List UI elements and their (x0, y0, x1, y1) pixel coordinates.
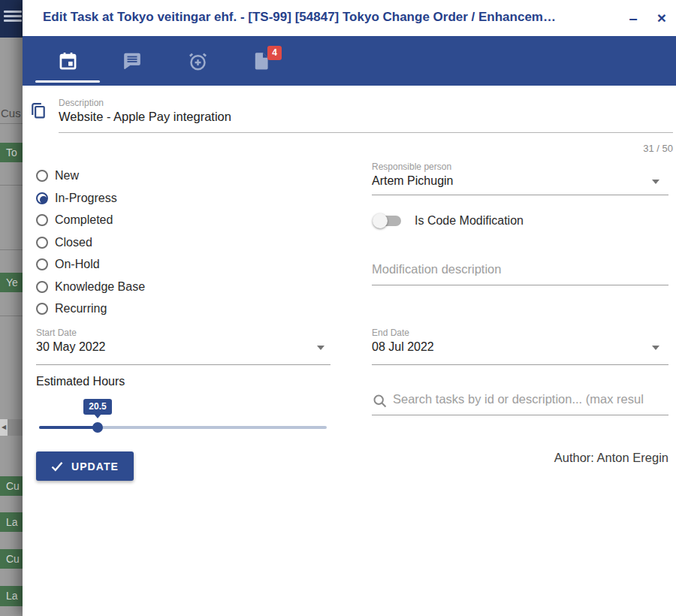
radio-selected-icon (36, 192, 48, 204)
divider (0, 185, 23, 186)
chat-icon (122, 51, 142, 71)
search-icon (373, 394, 388, 409)
scrollbar-thumb (8, 419, 23, 436)
background-group-row: La (0, 512, 23, 532)
status-radio-closed[interactable]: Closed (36, 234, 92, 251)
hamburger-menu-icon (4, 11, 22, 24)
close-button[interactable]: × (650, 6, 673, 30)
status-radio-new[interactable]: New (36, 168, 79, 184)
status-radio-on-hold[interactable]: On-Hold (36, 256, 100, 273)
slider-thumb[interactable] (92, 422, 103, 433)
radio-label: Recurring (55, 302, 107, 316)
status-radio-in-progress[interactable]: In-Progress (36, 190, 117, 207)
divider (0, 249, 23, 250)
author-text: Author: Anton Eregin (554, 451, 668, 465)
is-code-modification-toggle[interactable] (373, 213, 403, 228)
status-radio-knowledge-base[interactable]: Knowledge Base (36, 279, 145, 295)
radio-label: On-Hold (55, 258, 100, 271)
responsible-person-value[interactable]: Artem Pichugin (372, 174, 454, 188)
start-date-value[interactable]: 30 May 2022 (36, 340, 106, 354)
radio-icon (36, 170, 48, 182)
scrollbar-left-arrow-icon: ◀ (0, 419, 8, 436)
dimmed-background-page: Cus To Ye Cu La Cu La ◀ (0, 0, 23, 616)
end-date-label: End Date (372, 328, 409, 338)
background-group-row: Cu (0, 476, 23, 496)
divider (0, 123, 23, 124)
copy-description-button[interactable] (30, 101, 48, 121)
copy-icon (30, 101, 47, 120)
task-search-input[interactable] (393, 392, 668, 406)
end-date-dropdown-icon[interactable] (652, 346, 659, 350)
modification-description-underline (372, 285, 668, 285)
start-date-underline (36, 364, 330, 365)
app-top-bar (0, 0, 23, 38)
dialog-tabbar: 4 (23, 36, 676, 86)
close-icon: × (657, 9, 666, 27)
toggle-knob (373, 213, 388, 228)
tab-time-log[interactable] (165, 36, 230, 86)
background-row-label: Cus (1, 107, 21, 119)
radio-icon (36, 281, 48, 293)
responsible-person-label: Responsible person (372, 162, 451, 172)
divider (0, 316, 23, 316)
start-date-label: Start Date (36, 328, 77, 338)
estimated-hours-label: Estimated Hours (36, 375, 125, 388)
active-tab-indicator (35, 80, 100, 83)
end-date-value[interactable]: 08 Jul 2022 (372, 340, 434, 354)
horizontal-scrollbar: ◀ (0, 419, 23, 436)
responsible-person-underline (372, 195, 668, 195)
minimize-icon: – (629, 10, 637, 27)
update-button-label: UPDATE (71, 460, 119, 473)
tab-comments[interactable] (100, 36, 164, 86)
slider-value-tooltip: 20.5 (83, 399, 112, 415)
slider-filled-track (39, 426, 98, 429)
radio-label: New (55, 169, 79, 183)
responsible-person-dropdown-icon[interactable] (652, 180, 659, 184)
tab-files[interactable] (230, 36, 294, 86)
background-group-row: La (0, 586, 23, 606)
background-group-row: Ye (0, 273, 23, 292)
edit-task-dialog: Edit Task at Tokyo veitingar ehf. - [TS-… (23, 0, 676, 616)
status-radio-recurring[interactable]: Recurring (36, 300, 107, 317)
status-radio-completed[interactable]: Completed (36, 212, 113, 228)
radio-label: Knowledge Base (55, 280, 145, 294)
start-date-dropdown-icon[interactable] (317, 346, 324, 350)
calendar-icon (58, 51, 78, 71)
radio-icon (36, 214, 48, 226)
radio-label: In-Progress (55, 192, 117, 205)
radio-icon (36, 258, 48, 270)
end-date-underline (372, 364, 668, 365)
checkmark-icon (51, 461, 63, 472)
screen: Cus To Ye Cu La Cu La ◀ Edit Task at Tok… (0, 0, 676, 616)
modification-description-input[interactable] (372, 262, 668, 276)
radio-icon (36, 303, 48, 315)
background-group-row: Cu (0, 549, 23, 569)
radio-label: Completed (55, 213, 113, 227)
update-button[interactable]: UPDATE (36, 451, 134, 481)
slider-tooltip-pointer (94, 414, 101, 418)
files-count-badge: 4 (267, 46, 282, 60)
is-code-modification-label: Is Code Modification (415, 214, 524, 228)
alarm-add-icon (188, 51, 208, 71)
tab-details[interactable] (35, 36, 100, 86)
dialog-titlebar: Edit Task at Tokyo veitingar ehf. - [TS-… (23, 0, 676, 36)
estimated-hours-slider[interactable] (39, 421, 327, 436)
radio-icon (36, 237, 48, 249)
character-counter: 31 / 50 (643, 143, 673, 154)
description-underline (59, 132, 673, 133)
minimize-button[interactable]: – (622, 6, 644, 30)
description-label: Description (59, 98, 104, 108)
radio-label: Closed (55, 236, 92, 249)
description-input[interactable] (59, 110, 644, 124)
dialog-title: Edit Task at Tokyo veitingar ehf. - [TS-… (43, 10, 614, 25)
search-underline (372, 415, 668, 415)
background-group-row: To (0, 143, 23, 162)
